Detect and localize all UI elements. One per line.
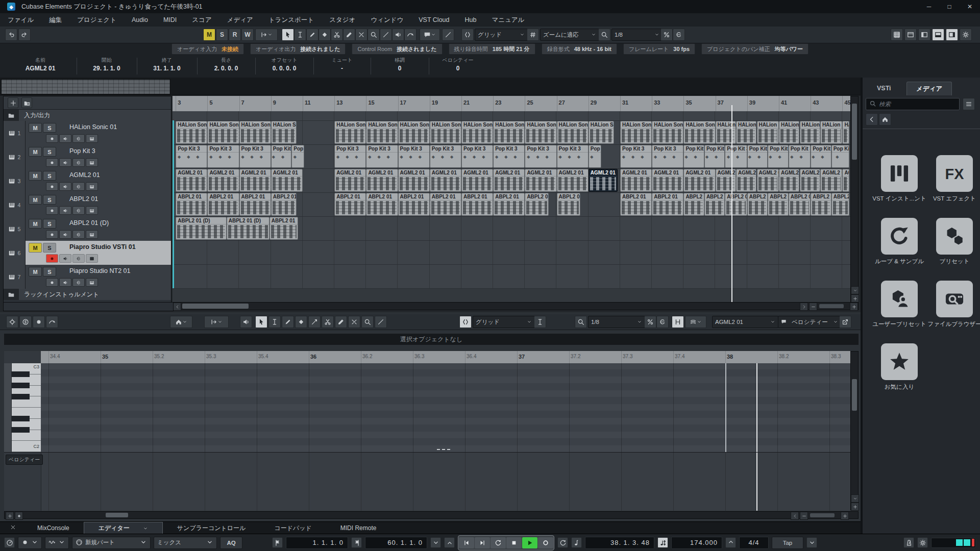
media-tile-loop[interactable] (881, 218, 918, 255)
track-preset-button[interactable] (21, 97, 32, 108)
editor-auto-scroll-dropdown[interactable] (204, 316, 229, 328)
redo-button[interactable] (18, 29, 31, 41)
media-tile-star[interactable] (881, 343, 918, 380)
track-monitor-button[interactable] (59, 134, 71, 143)
metronome-button[interactable] (903, 537, 914, 548)
midi-part[interactable]: ABPL2 01 (789, 193, 811, 216)
right-zone-tab-メディア[interactable]: メディア (906, 82, 952, 95)
midi-part[interactable]: HALion Sonic 01 (398, 121, 430, 144)
midi-part[interactable]: Pop Kit 3◆◆◆ (239, 145, 271, 168)
midi-part[interactable]: ABPL2 01 (704, 193, 725, 216)
audition-tool[interactable] (392, 29, 404, 41)
note-display-grid[interactable] (41, 363, 850, 452)
edit-active-part-icon[interactable] (6, 316, 18, 328)
midi-part[interactable]: ABPL2 01 (176, 193, 207, 216)
midi-part[interactable]: HALion Sonic 01 (620, 121, 652, 144)
status-chip-4[interactable]: 残り録音時間185 時間 21 分 (449, 43, 535, 55)
midi-part[interactable]: AGML2 01 (271, 169, 303, 192)
menu-item-11[interactable]: VST Cloud (411, 13, 457, 27)
controller-type-chip[interactable]: ベロシティー (6, 455, 43, 465)
midi-part[interactable]: Pop Kit 3◆◆◆ (398, 145, 430, 168)
jog-shuttle-icon[interactable] (557, 537, 568, 548)
track-edit-channel-button[interactable] (72, 254, 85, 263)
menu-item-2[interactable]: 編集 (41, 13, 69, 27)
midi-mix-mode-dropdown[interactable]: ミックス (154, 537, 217, 549)
time-format-icon[interactable] (571, 537, 582, 548)
midi-part[interactable]: HALion Sonic 01 (842, 121, 849, 144)
track-solo-button[interactable]: S (43, 195, 56, 205)
glue-tool[interactable] (343, 29, 355, 41)
midi-part[interactable]: HALion Sonic 01 (557, 121, 589, 144)
automation-s-button[interactable]: S (216, 29, 228, 41)
editor-v-scroll-thumb[interactable] (852, 379, 857, 411)
track-monitor-button[interactable] (59, 158, 71, 167)
media-search-box[interactable]: 検索 (866, 98, 960, 110)
arrange-horizontal-scrollbar[interactable] (173, 302, 859, 310)
midi-part[interactable]: Pop Kit 3◆ (291, 145, 304, 168)
list-view-button[interactable] (963, 98, 975, 110)
menu-item-7[interactable]: メディア (219, 13, 261, 27)
editor-iterative-quantize-button[interactable] (644, 316, 656, 328)
h-zoom-slider[interactable] (819, 304, 844, 308)
track-edit-channel-button[interactable] (72, 182, 85, 191)
open-in-window-button[interactable] (839, 316, 851, 328)
midi-part[interactable]: Pop Kit 3◆◆◆ (525, 145, 556, 168)
track-monitor-button[interactable] (59, 278, 71, 287)
midi-part[interactable]: ABPL2 01 (271, 193, 297, 216)
midi-part[interactable]: ABPL2 01 (652, 193, 683, 216)
track-row-3[interactable]: 3MSAGML2 01 (4, 169, 171, 193)
editor-draw-tool[interactable] (282, 316, 294, 328)
menu-item-3[interactable]: プロジェクト (69, 13, 124, 27)
info-field-4[interactable]: 長さ2. 0. 0. 0 (197, 55, 255, 78)
track-record-enable-button[interactable] (46, 134, 58, 143)
info-field-3[interactable]: 終了31. 1. 1. 0 (137, 55, 197, 78)
io-folder-row[interactable]: 入力/出力 (4, 110, 171, 121)
midi-part[interactable]: HALion Sonic 01 (366, 121, 398, 144)
menu-item-4[interactable]: Audio (124, 13, 156, 27)
track-instrument-button[interactable] (86, 182, 98, 191)
track-record-enable-button[interactable] (46, 254, 58, 263)
right-locator-icon[interactable] (351, 537, 362, 548)
midi-part[interactable]: AGML2 01 (239, 169, 271, 192)
editor-horizontal-scrollbar[interactable] (4, 511, 859, 519)
track-mute-button[interactable]: M (29, 243, 42, 253)
time-signature-value[interactable]: 4/4 (739, 537, 769, 549)
track-solo-button[interactable]: S (43, 243, 56, 253)
midi-part[interactable]: AGML2 01 (176, 169, 207, 192)
playhead-handle[interactable] (731, 105, 732, 111)
close-button[interactable]: ✕ (960, 0, 980, 13)
v-scroll-thumb[interactable] (852, 104, 857, 160)
midi-part[interactable]: ABPL2 01 (430, 193, 461, 216)
menu-item-6[interactable]: スコア (184, 13, 219, 27)
midi-part[interactable]: HALion Sonic 01 (779, 121, 799, 144)
tempo-track-toggle[interactable] (657, 537, 668, 548)
editor-glue-tool[interactable] (335, 316, 347, 328)
h-scroll-left-button[interactable] (173, 303, 181, 311)
right-zone-tab-vsti[interactable]: VSTi (868, 82, 900, 95)
primary-time-display[interactable]: 38. 1. 3. 48 (585, 537, 654, 549)
midi-part[interactable]: Pop Kit 3◆◆ (725, 145, 747, 168)
metronome-setup-gear-icon[interactable] (917, 537, 928, 548)
midi-part[interactable]: ABPL2 01 (270, 217, 298, 240)
object-selection-tool[interactable] (282, 29, 294, 41)
record-button[interactable] (538, 537, 553, 548)
midi-part[interactable]: Pop Kit 3◆◆◆ (620, 145, 652, 168)
editor-h-scroll-thumb[interactable] (106, 513, 128, 517)
grid-relative-icon[interactable] (534, 316, 546, 328)
track-solo-button[interactable]: S (43, 171, 56, 181)
midi-part[interactable]: AGML2 01 (842, 169, 849, 192)
home-button[interactable] (879, 113, 891, 126)
left-locator-icon[interactable] (272, 537, 283, 548)
right-locator-value[interactable]: 60. 1. 1. 0 (365, 537, 427, 549)
track-instrument-button[interactable] (86, 134, 98, 143)
midi-part[interactable]: HALion Sonic 01 (757, 121, 779, 144)
midi-part[interactable]: AGML2 01 (430, 169, 461, 192)
auto-scroll-dropdown[interactable] (255, 29, 278, 41)
midi-part[interactable]: HALion Sonic 01 (683, 121, 715, 144)
track-record-enable-button[interactable] (46, 206, 58, 215)
info-field-7[interactable]: 移調0 (371, 55, 429, 78)
editor-erase-tool[interactable] (295, 316, 307, 328)
midi-part[interactable]: AGML2 01 (525, 169, 556, 192)
editor-quantize-dropdown[interactable]: 1/8 (588, 316, 645, 328)
arrange-event-display[interactable]: HALion Sonic 01HALion Sonic 01HALion Son… (173, 111, 850, 302)
